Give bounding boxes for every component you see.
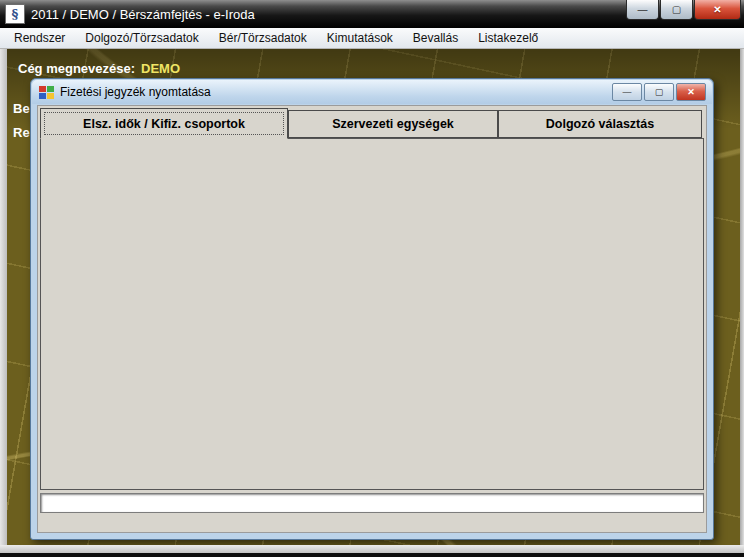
dialog-minimize-button[interactable]: — — [612, 83, 642, 101]
menu-rendszer[interactable]: Rendszer — [4, 29, 75, 47]
minimize-button[interactable]: — — [626, 0, 659, 20]
window-right-border — [740, 49, 744, 546]
dialog-window-icon — [39, 86, 54, 99]
dialog-client-area: Elsz. idők / Kifiz. csoportok Szervezeti… — [37, 105, 707, 533]
print-dialog: Fizetési jegyzék nyomtatása — ▢ ✕ Elsz. … — [30, 78, 714, 540]
dialog-maximize-button[interactable]: ▢ — [644, 83, 674, 101]
dialog-close-button[interactable]: ✕ — [676, 83, 706, 101]
window-controls: — ▢ ✕ — [626, 0, 741, 20]
dialog-title: Fizetési jegyzék nyomtatása — [60, 85, 211, 99]
app-icon: § — [5, 4, 25, 24]
window-title: 2011 / DEMO / Bérszámfejtés - e-Iroda — [31, 7, 255, 22]
dialog-controls: — ▢ ✕ — [612, 83, 706, 101]
menu-bar: Rendszer Dolgozó/Törzsadatok Bér/Törzsad… — [0, 28, 744, 49]
menu-bevallas[interactable]: Bevallás — [403, 29, 468, 47]
window-bottom-border — [0, 545, 744, 553]
menu-dolgozo-torzsadatok[interactable]: Dolgozó/Törzsadatok — [75, 29, 208, 47]
tab-szervezeti-egysegek[interactable]: Szervezeti egységek — [288, 110, 498, 138]
tab-dolgozo-valasztas[interactable]: Dolgozó választás — [498, 110, 702, 138]
tab-page — [40, 138, 704, 490]
company-value: DEMO — [141, 61, 180, 76]
maximize-button[interactable]: ▢ — [660, 0, 693, 20]
window-left-border — [0, 49, 7, 546]
partial-label-1: Be — [13, 101, 30, 116]
company-name-label: Cég megnevezése:DEMO — [18, 61, 180, 76]
close-button[interactable]: ✕ — [694, 0, 741, 20]
partial-label-2: Re — [13, 125, 30, 140]
status-bar — [40, 493, 704, 513]
menu-listakezelo[interactable]: Listakezelő — [468, 29, 548, 47]
tab-elsz-idok-kifiz-csoportok[interactable]: Elsz. idők / Kifiz. csoportok — [40, 108, 288, 139]
menu-ber-torzsadatok[interactable]: Bér/Törzsadatok — [209, 29, 317, 47]
company-label-text: Cég megnevezése: — [18, 61, 135, 76]
window-bottom-edge — [0, 553, 744, 557]
dialog-titlebar[interactable]: Fizetési jegyzék nyomtatása — [32, 80, 712, 104]
menu-kimutatasok[interactable]: Kimutatások — [317, 29, 403, 47]
